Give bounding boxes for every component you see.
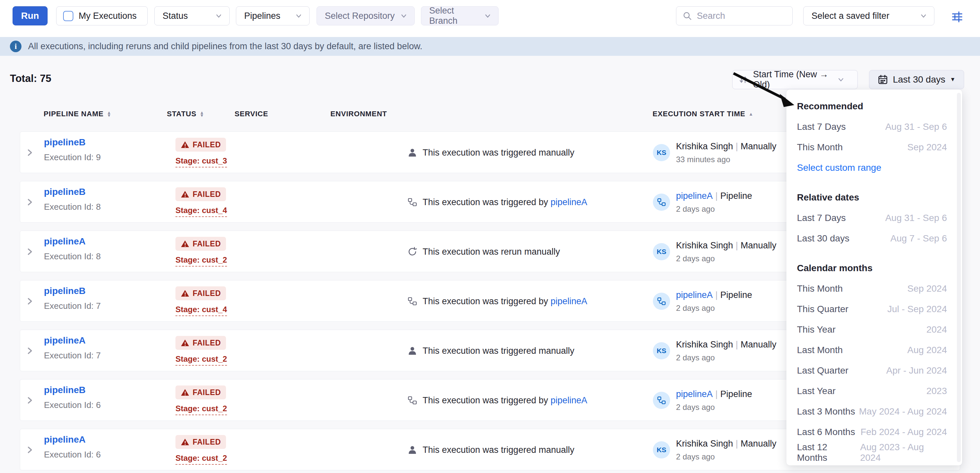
menu-item-last-month[interactable]: Last MonthAug 2024 bbox=[786, 340, 962, 360]
trigger-pipeline-link[interactable]: pipelineA bbox=[550, 296, 587, 306]
column-header-execution-start-time[interactable]: EXECUTION START TIME ▲ bbox=[652, 110, 754, 118]
failed-stage-link[interactable]: Stage: cust_4 bbox=[175, 206, 227, 217]
menu-item-this-year[interactable]: This Year2024 bbox=[786, 319, 962, 340]
search-icon bbox=[682, 11, 692, 21]
execution-time-ago: 33 minutes ago bbox=[676, 155, 776, 164]
my-executions-checkbox[interactable] bbox=[63, 11, 73, 21]
pipeline-name-link[interactable]: pipelineB bbox=[44, 187, 86, 197]
status-badge-label: FAILED bbox=[192, 140, 221, 149]
run-button[interactable]: Run bbox=[13, 6, 48, 25]
menu-item-this-quarter[interactable]: This QuarterJul - Sep 2024 bbox=[786, 299, 962, 319]
failed-stage-link[interactable]: Stage: cust_2 bbox=[175, 256, 227, 267]
starter-avatar: KS bbox=[653, 243, 670, 260]
failed-stage-link[interactable]: Stage: cust_2 bbox=[175, 454, 227, 465]
my-executions-label: My Executions bbox=[79, 11, 137, 21]
warning-triangle-icon bbox=[181, 438, 189, 446]
menu-item-last-3-months[interactable]: Last 3 MonthsMay 2024 - Aug 2024 bbox=[786, 401, 962, 422]
starter-pipeline-link[interactable]: pipelineA bbox=[676, 290, 713, 300]
pipelines-filter-dropdown[interactable]: Pipelines bbox=[236, 6, 310, 25]
status-filter-dropdown[interactable]: Status bbox=[154, 6, 230, 25]
my-executions-toggle[interactable]: My Executions bbox=[56, 6, 148, 25]
trigger-info: This execution was triggered manually bbox=[407, 429, 574, 471]
column-header-pipeline-name[interactable]: PIPELINE NAME ▲▼ bbox=[44, 110, 111, 118]
menu-item-last-7-days[interactable]: Last 7 DaysAug 31 - Sep 6 bbox=[786, 208, 962, 228]
pipeline-name-link[interactable]: pipelineA bbox=[44, 236, 86, 247]
expand-chevron-icon[interactable] bbox=[25, 395, 35, 405]
expand-chevron-icon[interactable] bbox=[25, 296, 35, 306]
menu-item-last-year[interactable]: Last Year2023 bbox=[786, 381, 962, 401]
execution-time-ago: 2 days ago bbox=[676, 205, 752, 214]
status-filter-label: Status bbox=[154, 11, 215, 21]
status-badge-label: FAILED bbox=[192, 438, 221, 447]
column-header-status[interactable]: STATUS ▲▼ bbox=[167, 110, 204, 118]
execution-start-cell: pipelineA|Pipeline 2 days ago bbox=[653, 281, 752, 322]
warning-triangle-icon bbox=[181, 240, 189, 248]
info-banner-text: All executions, including reruns and chi… bbox=[28, 41, 422, 52]
starter-avatar: KS bbox=[653, 342, 670, 359]
warning-triangle-icon bbox=[181, 190, 189, 198]
expand-chevron-icon[interactable] bbox=[25, 197, 35, 207]
starter-name-line: Krishika Singh|Manually bbox=[676, 340, 776, 349]
trigger-pipeline-link[interactable]: pipelineA bbox=[550, 395, 587, 405]
pipeline-trigger-icon bbox=[407, 197, 417, 207]
trigger-info: This execution was triggered by pipeline… bbox=[407, 281, 587, 322]
menu-item-last-30-days[interactable]: Last 30 daysAug 7 - Sep 6 bbox=[786, 228, 962, 249]
failed-stage-link[interactable]: Stage: cust_2 bbox=[175, 354, 227, 366]
menu-section-header: Calendar months bbox=[786, 258, 962, 278]
menu-item-last-6-months[interactable]: Last 6 MonthsFeb 2024 - Aug 2024 bbox=[786, 422, 962, 442]
pipeline-name-link[interactable]: pipelineA bbox=[44, 434, 86, 445]
warning-triangle-icon bbox=[181, 289, 189, 297]
pipeline-name-link[interactable]: pipelineB bbox=[44, 137, 86, 148]
chevron-down-icon bbox=[837, 76, 845, 84]
search-box[interactable] bbox=[676, 6, 793, 25]
menu-item-last-7-days[interactable]: Last 7 DaysAug 31 - Sep 6 bbox=[786, 117, 962, 137]
execution-id: Execution Id: 7 bbox=[44, 351, 101, 361]
expand-chevron-icon[interactable] bbox=[25, 445, 35, 455]
failed-stage-link[interactable]: Stage: cust_2 bbox=[175, 404, 227, 415]
pipeline-name-link[interactable]: pipelineB bbox=[44, 286, 86, 296]
failed-stage-link[interactable]: Stage: cust_3 bbox=[175, 156, 227, 167]
menu-item-last-12-months[interactable]: Last 12 MonthsAug 2023 - Aug 2024 bbox=[786, 442, 962, 463]
pipeline-name-link[interactable]: pipelineA bbox=[44, 335, 86, 346]
menu-item-last-quarter[interactable]: Last QuarterApr - Jun 2024 bbox=[786, 360, 962, 381]
select-branch-dropdown[interactable]: Select Branch bbox=[421, 6, 499, 25]
filter-settings-button[interactable] bbox=[949, 9, 966, 25]
trigger-text: This execution was triggered manually bbox=[423, 445, 574, 455]
menu-scrollbar[interactable] bbox=[957, 93, 961, 462]
top-toolbar: Run My Executions Status Pipelines Selec… bbox=[0, 0, 980, 37]
saved-filter-dropdown[interactable]: Select a saved filter bbox=[803, 6, 934, 25]
trigger-text: This execution was triggered manually bbox=[423, 346, 574, 356]
trigger-text: This execution was triggered by pipeline… bbox=[423, 197, 587, 208]
starter-pipeline-link[interactable]: pipelineA bbox=[676, 191, 713, 201]
expand-chevron-icon[interactable] bbox=[25, 148, 35, 157]
expand-chevron-icon[interactable] bbox=[25, 247, 35, 257]
menu-item-select-custom-range[interactable]: Select custom range bbox=[786, 157, 962, 178]
select-branch-label: Select Branch bbox=[421, 6, 484, 26]
execution-time-ago: 2 days ago bbox=[676, 353, 776, 362]
pipeline-avatar-icon bbox=[657, 396, 666, 405]
trigger-pipeline-link[interactable]: pipelineA bbox=[550, 197, 587, 207]
trigger-text: This execution was rerun manually bbox=[423, 247, 560, 257]
starter-pipeline-link[interactable]: pipelineA bbox=[676, 389, 713, 399]
status-badge: FAILED bbox=[175, 138, 226, 152]
column-header-service: SERVICE bbox=[235, 110, 268, 118]
expand-chevron-icon[interactable] bbox=[25, 346, 35, 356]
execution-time-ago: 2 days ago bbox=[676, 452, 776, 462]
date-range-button[interactable]: Last 30 days ▼ bbox=[869, 70, 964, 89]
user-icon bbox=[407, 346, 417, 356]
sort-order-dropdown[interactable]: Start Time (New → Old) bbox=[732, 70, 858, 89]
status-badge-label: FAILED bbox=[192, 240, 221, 248]
menu-item-this-month[interactable]: This MonthSep 2024 bbox=[786, 278, 962, 299]
select-repository-dropdown[interactable]: Select Repository bbox=[317, 6, 415, 25]
execution-id: Execution Id: 7 bbox=[44, 301, 101, 311]
date-range-label: Last 30 days bbox=[893, 74, 945, 85]
menu-item-this-month[interactable]: This MonthSep 2024 bbox=[786, 137, 962, 157]
trigger-info: This execution was triggered manually bbox=[407, 330, 574, 371]
trigger-info: This execution was rerun manually bbox=[407, 231, 560, 273]
saved-filter-label: Select a saved filter bbox=[803, 11, 920, 21]
failed-stage-link[interactable]: Stage: cust_4 bbox=[175, 305, 227, 316]
pipeline-name-link[interactable]: pipelineB bbox=[44, 385, 86, 395]
search-input[interactable] bbox=[697, 11, 776, 21]
execution-start-cell: KS Krishika Singh|Manually 2 days ago bbox=[653, 330, 776, 371]
warning-triangle-icon bbox=[181, 389, 189, 396]
